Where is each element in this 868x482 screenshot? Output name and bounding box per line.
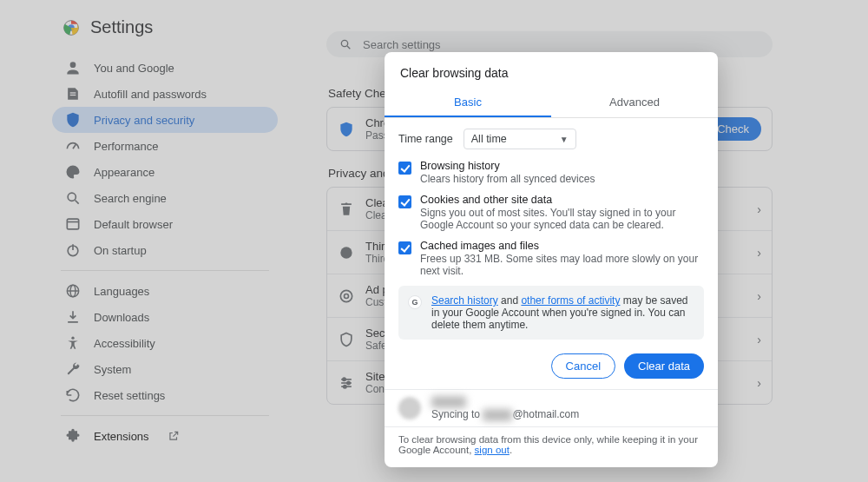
search-placeholder: Search settings <box>363 38 441 51</box>
svg-line-7 <box>76 201 79 204</box>
sidebar-item-label: Accessibility <box>94 337 155 350</box>
avatar <box>398 397 421 419</box>
tune-icon <box>338 374 355 392</box>
sidebar-item-system[interactable]: System <box>52 356 278 382</box>
dialog-footer-note: To clear browsing data from this device … <box>385 426 718 467</box>
browser-icon <box>64 215 82 233</box>
opt-title: Browsing history <box>420 160 595 172</box>
chevron-right-icon: › <box>757 202 761 216</box>
google-g-icon: G <box>407 294 423 310</box>
sidebar-item-label: On startup <box>94 244 147 257</box>
sidebar-item-on-startup[interactable]: On startup <box>52 237 278 263</box>
sidebar-item-label: Search engine <box>94 192 167 205</box>
svg-line-5 <box>73 144 76 149</box>
reset-icon <box>64 386 82 404</box>
trash-icon <box>338 201 355 218</box>
checkbox-cookies[interactable] <box>398 195 411 208</box>
info-banner: G Search history and other forms of acti… <box>398 286 704 340</box>
puzzle-icon <box>64 427 82 445</box>
sidebar-item-extensions[interactable]: Extensions <box>52 423 278 449</box>
ads-icon <box>338 287 355 305</box>
sidebar-item-search-engine[interactable]: Search engine <box>52 185 278 211</box>
sidebar-item-you-and-google[interactable]: You and Google <box>52 55 278 81</box>
opt-sub: Signs you out of most sites. You'll stay… <box>420 207 704 231</box>
sidebar-item-label: You and Google <box>94 62 174 75</box>
tab-advanced[interactable]: Advanced <box>551 89 718 117</box>
svg-line-17 <box>347 46 350 49</box>
checkbox-cache[interactable] <box>398 241 411 254</box>
sidebar-item-autofill[interactable]: Autofill and passwords <box>52 81 278 107</box>
opt-sub: Clears history from all synced devices <box>420 173 595 185</box>
search-icon <box>337 37 354 51</box>
svg-point-6 <box>68 193 76 201</box>
sidebar-item-default-browser[interactable]: Default browser <box>52 211 278 237</box>
time-range-label: Time range <box>398 133 453 145</box>
link-sign-out[interactable]: sign out <box>475 445 510 455</box>
shield-icon <box>64 111 82 129</box>
redacted-name <box>431 396 466 408</box>
accessibility-icon <box>64 334 82 352</box>
search-icon <box>64 189 82 207</box>
sidebar-separator <box>61 415 269 416</box>
person-icon <box>64 59 82 76</box>
sidebar-item-label: System <box>94 363 131 376</box>
sidebar-item-reset[interactable]: Reset settings <box>52 382 278 408</box>
sidebar-item-label: Performance <box>94 140 158 153</box>
link-search-history[interactable]: Search history <box>431 294 498 307</box>
shield-check-icon <box>338 331 355 348</box>
settings-heading: Settings <box>90 17 153 37</box>
cancel-button[interactable]: Cancel <box>551 353 615 379</box>
svg-text:G: G <box>411 298 418 307</box>
time-range-value: All time <box>471 133 507 145</box>
sidebar-item-label: Languages <box>94 285 149 298</box>
svg-rect-3 <box>70 92 76 93</box>
sidebar-item-languages[interactable]: Languages <box>52 278 278 304</box>
tab-basic[interactable]: Basic <box>385 89 551 117</box>
speedometer-icon <box>64 137 82 155</box>
chevron-right-icon: › <box>757 246 761 260</box>
svg-rect-4 <box>70 95 76 96</box>
sidebar-item-accessibility[interactable]: Accessibility <box>52 330 278 356</box>
time-range-select[interactable]: All time ▼ <box>464 129 576 149</box>
sidebar-item-performance[interactable]: Performance <box>52 133 278 159</box>
shield-icon <box>338 121 355 138</box>
svg-point-18 <box>340 247 352 258</box>
clear-browsing-data-dialog: Clear browsing data Basic Advanced Time … <box>385 52 718 467</box>
svg-point-26 <box>344 385 346 387</box>
sidebar-item-label: Autofill and passwords <box>94 88 207 101</box>
wrench-icon <box>64 360 82 378</box>
globe-icon <box>64 282 82 300</box>
opt-title: Cached images and files <box>420 240 704 252</box>
opt-sub: Frees up 331 MB. Some sites may load mor… <box>420 253 704 277</box>
chrome-logo-icon <box>62 19 80 36</box>
redacted-email <box>483 409 512 421</box>
sidebar-item-label: Extensions <box>94 430 149 443</box>
svg-point-25 <box>347 381 350 384</box>
svg-point-20 <box>345 294 349 298</box>
sidebar-item-appearance[interactable]: Appearance <box>52 159 278 185</box>
palette-icon <box>64 163 82 181</box>
sidebar-item-downloads[interactable]: Downloads <box>52 304 278 330</box>
download-icon <box>64 308 82 326</box>
opt-title: Cookies and other site data <box>420 194 704 206</box>
svg-point-15 <box>71 337 74 340</box>
chevron-right-icon: › <box>757 376 761 390</box>
sidebar-item-label: Appearance <box>94 166 155 179</box>
sidebar-item-privacy[interactable]: Privacy and security <box>52 107 278 133</box>
sidebar-item-label: Default browser <box>94 218 173 231</box>
sidebar-item-label: Privacy and security <box>94 114 194 127</box>
sidebar-separator <box>61 270 269 271</box>
external-link-icon <box>165 430 182 442</box>
chevron-right-icon: › <box>757 289 761 303</box>
page-title: Settings <box>62 17 278 37</box>
sidebar-item-label: Downloads <box>94 311 149 324</box>
dialog-title: Clear browsing data <box>385 52 718 89</box>
sync-account-row: Syncing to @hotmail.com <box>385 389 718 426</box>
sidebar-item-label: Reset settings <box>94 389 165 402</box>
clear-data-button[interactable]: Clear data <box>624 353 704 379</box>
cookie-icon <box>338 244 355 261</box>
autofill-icon <box>64 85 82 102</box>
chevron-right-icon: › <box>757 333 761 347</box>
checkbox-browsing-history[interactable] <box>398 162 411 175</box>
link-other-activity[interactable]: other forms of activity <box>521 294 620 307</box>
